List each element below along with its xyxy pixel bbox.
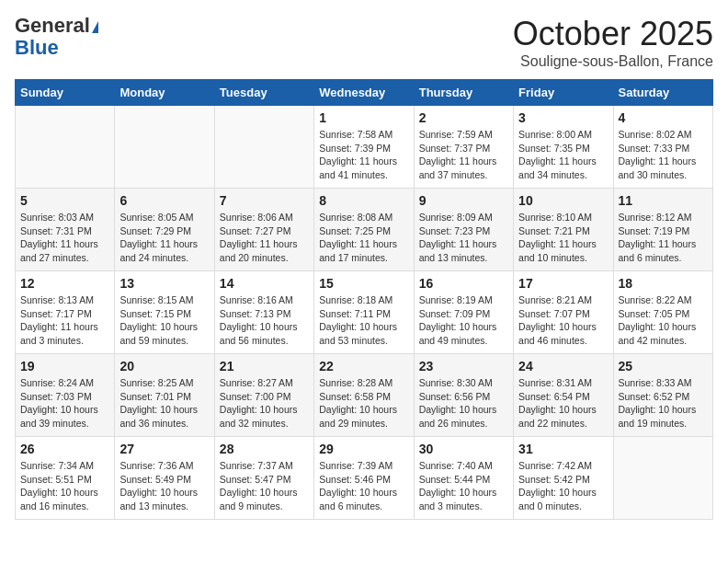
day-info: Sunrise: 8:21 AM Sunset: 7:07 PM Dayligh…: [518, 293, 608, 348]
logo: General Blue: [15, 15, 98, 59]
calendar-cell: [613, 437, 712, 520]
calendar-cell: 31Sunrise: 7:42 AM Sunset: 5:42 PM Dayli…: [514, 437, 613, 520]
calendar-cell: 23Sunrise: 8:30 AM Sunset: 6:56 PM Dayli…: [414, 354, 513, 437]
day-number: 16: [419, 276, 508, 291]
day-info: Sunrise: 8:18 AM Sunset: 7:11 PM Dayligh…: [319, 293, 408, 348]
col-thursday: Thursday: [414, 80, 513, 106]
calendar-cell: 10Sunrise: 8:10 AM Sunset: 7:21 PM Dayli…: [514, 189, 613, 271]
calendar-cell: 15Sunrise: 8:18 AM Sunset: 7:11 PM Dayli…: [314, 271, 414, 354]
calendar-row-4: 26Sunrise: 7:34 AM Sunset: 5:51 PM Dayli…: [16, 437, 713, 520]
calendar-cell: 27Sunrise: 7:36 AM Sunset: 5:49 PM Dayli…: [115, 437, 214, 520]
day-info: Sunrise: 8:16 AM Sunset: 7:13 PM Dayligh…: [220, 293, 309, 348]
calendar-cell: 1Sunrise: 7:58 AM Sunset: 7:39 PM Daylig…: [314, 106, 414, 189]
day-number: 23: [419, 359, 508, 373]
day-info: Sunrise: 8:12 AM Sunset: 7:19 PM Dayligh…: [619, 211, 708, 265]
day-info: Sunrise: 8:10 AM Sunset: 7:21 PM Dayligh…: [518, 211, 608, 265]
calendar-table: Sunday Monday Tuesday Wednesday Thursday…: [15, 79, 713, 520]
calendar-cell: 6Sunrise: 8:05 AM Sunset: 7:29 PM Daylig…: [115, 189, 214, 271]
day-number: 2: [419, 110, 508, 125]
day-info: Sunrise: 8:30 AM Sunset: 6:56 PM Dayligh…: [419, 376, 508, 431]
day-number: 21: [220, 359, 309, 373]
calendar-cell: 20Sunrise: 8:25 AM Sunset: 7:01 PM Dayli…: [115, 354, 214, 437]
day-info: Sunrise: 8:08 AM Sunset: 7:25 PM Dayligh…: [319, 211, 408, 265]
month-title: October 2025: [513, 15, 713, 53]
day-info: Sunrise: 7:42 AM Sunset: 5:42 PM Dayligh…: [518, 459, 608, 513]
day-info: Sunrise: 8:00 AM Sunset: 7:35 PM Dayligh…: [518, 128, 608, 182]
calendar-cell: 28Sunrise: 7:37 AM Sunset: 5:47 PM Dayli…: [214, 437, 313, 520]
day-number: 27: [119, 442, 209, 456]
calendar-cell: 12Sunrise: 8:13 AM Sunset: 7:17 PM Dayli…: [16, 271, 115, 354]
day-number: 18: [619, 276, 708, 291]
col-saturday: Saturday: [613, 80, 712, 106]
logo-triangle-icon: [92, 21, 98, 33]
day-number: 19: [20, 359, 109, 373]
day-info: Sunrise: 8:25 AM Sunset: 7:01 PM Dayligh…: [119, 376, 209, 431]
day-info: Sunrise: 8:28 AM Sunset: 6:58 PM Dayligh…: [319, 376, 408, 431]
day-info: Sunrise: 8:31 AM Sunset: 6:54 PM Dayligh…: [518, 376, 608, 431]
day-number: 17: [518, 276, 608, 291]
calendar-cell: 19Sunrise: 8:24 AM Sunset: 7:03 PM Dayli…: [16, 354, 115, 437]
calendar-cell: 29Sunrise: 7:39 AM Sunset: 5:46 PM Dayli…: [314, 437, 414, 520]
calendar-cell: 11Sunrise: 8:12 AM Sunset: 7:19 PM Dayli…: [613, 189, 712, 271]
day-info: Sunrise: 8:15 AM Sunset: 7:15 PM Dayligh…: [119, 293, 209, 348]
col-friday: Friday: [514, 80, 613, 106]
day-number: 31: [518, 442, 608, 456]
calendar-cell: 17Sunrise: 8:21 AM Sunset: 7:07 PM Dayli…: [514, 271, 613, 354]
col-monday: Monday: [115, 80, 214, 106]
day-info: Sunrise: 7:37 AM Sunset: 5:47 PM Dayligh…: [220, 459, 309, 513]
calendar-cell: 24Sunrise: 8:31 AM Sunset: 6:54 PM Dayli…: [514, 354, 613, 437]
calendar-cell: 21Sunrise: 8:27 AM Sunset: 7:00 PM Dayli…: [214, 354, 313, 437]
col-tuesday: Tuesday: [214, 80, 313, 106]
day-info: Sunrise: 8:27 AM Sunset: 7:00 PM Dayligh…: [220, 376, 309, 431]
title-area: October 2025 Souligne-sous-Ballon, Franc…: [513, 15, 713, 70]
calendar-cell: 3Sunrise: 8:00 AM Sunset: 7:35 PM Daylig…: [514, 106, 613, 189]
calendar-cell: 5Sunrise: 8:03 AM Sunset: 7:31 PM Daylig…: [16, 189, 115, 271]
day-number: 28: [220, 442, 309, 456]
calendar-cell: 26Sunrise: 7:34 AM Sunset: 5:51 PM Dayli…: [16, 437, 115, 520]
day-info: Sunrise: 8:05 AM Sunset: 7:29 PM Dayligh…: [119, 211, 209, 265]
day-number: 26: [20, 442, 109, 456]
day-number: 1: [319, 110, 408, 125]
day-number: 7: [220, 193, 309, 208]
day-info: Sunrise: 8:33 AM Sunset: 6:52 PM Dayligh…: [619, 376, 708, 431]
day-info: Sunrise: 7:58 AM Sunset: 7:39 PM Dayligh…: [319, 128, 408, 182]
day-number: 25: [619, 359, 708, 373]
calendar-cell: 30Sunrise: 7:40 AM Sunset: 5:44 PM Dayli…: [414, 437, 513, 520]
day-number: 15: [319, 276, 408, 291]
calendar-row-3: 19Sunrise: 8:24 AM Sunset: 7:03 PM Dayli…: [16, 354, 713, 437]
calendar-cell: 9Sunrise: 8:09 AM Sunset: 7:23 PM Daylig…: [414, 189, 513, 271]
day-info: Sunrise: 7:59 AM Sunset: 7:37 PM Dayligh…: [419, 128, 508, 182]
day-info: Sunrise: 8:19 AM Sunset: 7:09 PM Dayligh…: [419, 293, 508, 348]
day-number: 6: [119, 193, 209, 208]
day-info: Sunrise: 8:09 AM Sunset: 7:23 PM Dayligh…: [419, 211, 508, 265]
calendar-cell: 14Sunrise: 8:16 AM Sunset: 7:13 PM Dayli…: [214, 271, 313, 354]
calendar-row-1: 5Sunrise: 8:03 AM Sunset: 7:31 PM Daylig…: [16, 189, 713, 271]
day-info: Sunrise: 7:39 AM Sunset: 5:46 PM Dayligh…: [319, 459, 408, 513]
calendar-cell: 18Sunrise: 8:22 AM Sunset: 7:05 PM Dayli…: [613, 271, 712, 354]
header-row: Sunday Monday Tuesday Wednesday Thursday…: [16, 80, 713, 106]
day-info: Sunrise: 7:34 AM Sunset: 5:51 PM Dayligh…: [20, 459, 109, 513]
calendar-cell: 25Sunrise: 8:33 AM Sunset: 6:52 PM Dayli…: [613, 354, 712, 437]
day-number: 3: [518, 110, 608, 125]
day-number: 9: [419, 193, 508, 208]
day-number: 12: [20, 276, 109, 291]
calendar-row-0: 1Sunrise: 7:58 AM Sunset: 7:39 PM Daylig…: [16, 106, 713, 189]
day-number: 30: [419, 442, 508, 456]
day-number: 20: [119, 359, 209, 373]
col-wednesday: Wednesday: [314, 80, 414, 106]
calendar-cell: 7Sunrise: 8:06 AM Sunset: 7:27 PM Daylig…: [214, 189, 313, 271]
page-header: General Blue October 2025 Souligne-sous-…: [15, 15, 713, 70]
calendar-cell: [115, 106, 214, 189]
day-number: 13: [119, 276, 209, 291]
calendar-cell: 22Sunrise: 8:28 AM Sunset: 6:58 PM Dayli…: [314, 354, 414, 437]
day-number: 10: [518, 193, 608, 208]
day-info: Sunrise: 8:13 AM Sunset: 7:17 PM Dayligh…: [20, 293, 109, 348]
day-number: 24: [518, 359, 608, 373]
col-sunday: Sunday: [16, 80, 115, 106]
location-title: Souligne-sous-Ballon, France: [513, 53, 713, 70]
day-number: 14: [220, 276, 309, 291]
calendar-cell: 13Sunrise: 8:15 AM Sunset: 7:15 PM Dayli…: [115, 271, 214, 354]
day-number: 29: [319, 442, 408, 456]
calendar-cell: 4Sunrise: 8:02 AM Sunset: 7:33 PM Daylig…: [613, 106, 712, 189]
day-info: Sunrise: 7:40 AM Sunset: 5:44 PM Dayligh…: [419, 459, 508, 513]
